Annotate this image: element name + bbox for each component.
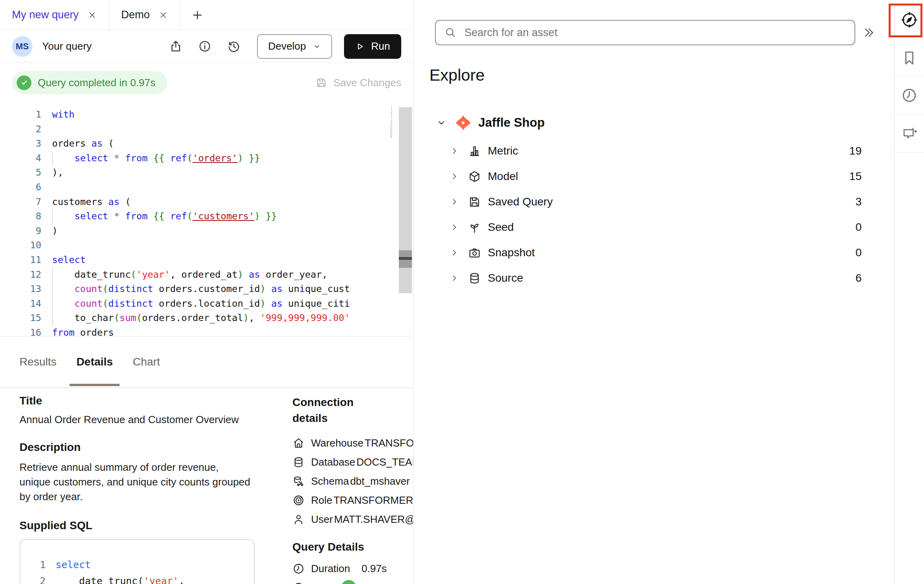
collapse-panel-icon[interactable] — [862, 25, 876, 40]
line-number: 3 — [0, 136, 52, 151]
tree-item-label: Snapshot — [488, 246, 535, 259]
chevron-right-icon[interactable] — [450, 248, 459, 257]
tree-item-label: Model — [488, 170, 518, 183]
close-icon[interactable] — [87, 10, 97, 20]
chevron-right-icon[interactable] — [450, 197, 459, 207]
connection-row-role: Role TRANSFORMER — [292, 491, 413, 510]
line-number: 4 — [0, 151, 52, 166]
clock-icon — [901, 87, 918, 104]
warehouse-icon — [292, 437, 305, 449]
run-label: Run — [371, 40, 390, 52]
connection-value: TRANSFORMING — [365, 437, 413, 449]
query-panel: My new query Demo MS Your query Develop … — [0, 0, 414, 584]
tab-results[interactable]: Results — [13, 336, 63, 387]
code-line: 12 date_trunc('year', ordered_at) as ord… — [0, 267, 413, 282]
line-number: 13 — [0, 282, 52, 296]
code-line: 9) — [0, 224, 413, 238]
indent-guide — [52, 151, 53, 166]
connection-row-warehouse: Warehouse TRANSFORMING — [292, 433, 413, 453]
tab-chart[interactable]: Chart — [126, 336, 166, 387]
right-toolbar — [895, 0, 924, 584]
metric-icon — [468, 145, 481, 158]
tree-item-label: Source — [488, 272, 523, 284]
tree-item-metric[interactable]: Metric 19 — [414, 138, 894, 164]
tree-item-model[interactable]: Model 15 — [414, 164, 894, 189]
asset-tree: Jaffle Shop Metric 19 Model 15 Saved Que… — [414, 110, 894, 291]
tree-item-label: Saved Query — [488, 195, 553, 208]
description-heading: Description — [19, 441, 258, 454]
code-line: order by — [351, 144, 398, 146]
history-icon[interactable] — [227, 40, 240, 53]
tree-item-count: 3 — [855, 195, 862, 208]
indent-guide — [52, 267, 53, 326]
new-tab-button[interactable] — [180, 0, 215, 30]
details-panel: Title Annual Order Revenue and Customer … — [0, 388, 413, 584]
tab-details[interactable]: Details — [70, 336, 120, 387]
bookmarks-tool-button[interactable] — [895, 40, 924, 76]
query-details-heading: Query Details — [292, 541, 413, 553]
sql-code-editor[interactable]: 1with23orders as (4 select * from {{ ref… — [0, 102, 413, 336]
project-name: Jaffle Shop — [478, 116, 545, 130]
search-icon — [445, 27, 456, 39]
code-line: 14 count(distinct orders.location_id) as… — [0, 296, 413, 311]
line-number: 15 — [0, 311, 52, 325]
asset-search-input[interactable]: Search for an asset — [435, 20, 855, 45]
code-line: 1select — [35, 557, 254, 573]
explore-panel: Search for an asset Explore Jaffle Shop … — [414, 0, 895, 584]
connection-label: User — [311, 513, 333, 526]
source-icon — [468, 272, 481, 285]
tree-item-snapshot[interactable]: Snapshot 0 — [414, 240, 894, 265]
share-icon[interactable] — [169, 40, 182, 53]
close-icon[interactable] — [159, 10, 168, 20]
explore-heading: Explore — [429, 66, 485, 85]
code-line: 7customers as ( — [0, 195, 413, 209]
tree-item-count: 15 — [849, 170, 862, 183]
chevron-right-icon[interactable] — [450, 146, 459, 156]
run-button[interactable]: Run — [344, 34, 401, 59]
code-line: 4 select * from {{ ref('orders') }} — [0, 151, 413, 166]
chevron-right-icon[interactable] — [450, 172, 459, 181]
details-left-column: Title Annual Order Revenue and Customer … — [19, 394, 258, 584]
assistant-tool-button[interactable] — [895, 114, 924, 153]
connection-row-schema: Schema dbt_mshaver — [292, 472, 413, 491]
editor-tab-1[interactable]: Demo — [109, 0, 180, 30]
tree-item-source[interactable]: Source 6 — [414, 265, 894, 291]
editor-tab-0[interactable]: My new query — [0, 0, 109, 30]
model-icon — [468, 170, 481, 183]
duration-label: Duration — [311, 563, 361, 575]
develop-label: Develop — [268, 40, 306, 52]
schema-icon — [292, 475, 305, 487]
connection-details-heading: Connection details — [292, 394, 384, 426]
status-check-circle-icon — [341, 580, 356, 584]
supplied-sql-code-block: 1select2 date_trunc('year',ordered_at) a… — [19, 539, 255, 584]
line-number: 12 — [0, 267, 52, 282]
tree-item-saved-query[interactable]: Saved Query 3 — [414, 189, 894, 215]
query-header: MS Your query Develop Run — [0, 30, 413, 63]
status-arc-icon — [292, 582, 305, 584]
query-title: Your query — [42, 40, 92, 52]
code-line: 6 — [0, 180, 413, 195]
line-number: 1 — [0, 107, 52, 122]
line-number: 2 — [0, 122, 52, 137]
chevron-right-icon[interactable] — [450, 222, 459, 232]
code-line: 10 — [0, 238, 413, 253]
code-line: 8 select * from {{ ref('customers') }} — [0, 209, 413, 224]
info-icon[interactable] — [198, 40, 211, 53]
editor-minimap[interactable]: 1with23orders as (4 select * from {{ ref… — [351, 106, 398, 146]
develop-dropdown[interactable]: Develop — [257, 34, 332, 59]
chevron-right-icon[interactable] — [450, 273, 459, 283]
line-number — [351, 144, 398, 146]
save-changes-button[interactable]: Save Changes — [315, 77, 401, 89]
duration-value: 0.97s — [361, 563, 387, 575]
results-tab-bar: ResultsDetailsChart — [0, 336, 413, 388]
chevron-down-icon[interactable] — [436, 118, 447, 128]
duration-clock-icon — [292, 563, 305, 575]
editor-tab-label: Demo — [121, 9, 150, 21]
tree-item-seed[interactable]: Seed 0 — [414, 215, 894, 240]
connection-rows: Warehouse TRANSFORMING Database DOCS_TEA… — [292, 433, 413, 529]
history-tool-button[interactable] — [895, 76, 924, 114]
explore-tool-button[interactable] — [895, 0, 924, 40]
tree-project-jaffle-shop[interactable]: Jaffle Shop — [414, 110, 894, 136]
details-right-column: Connection details Warehouse TRANSFORMIN… — [292, 394, 413, 584]
line-number: 9 — [0, 224, 52, 238]
